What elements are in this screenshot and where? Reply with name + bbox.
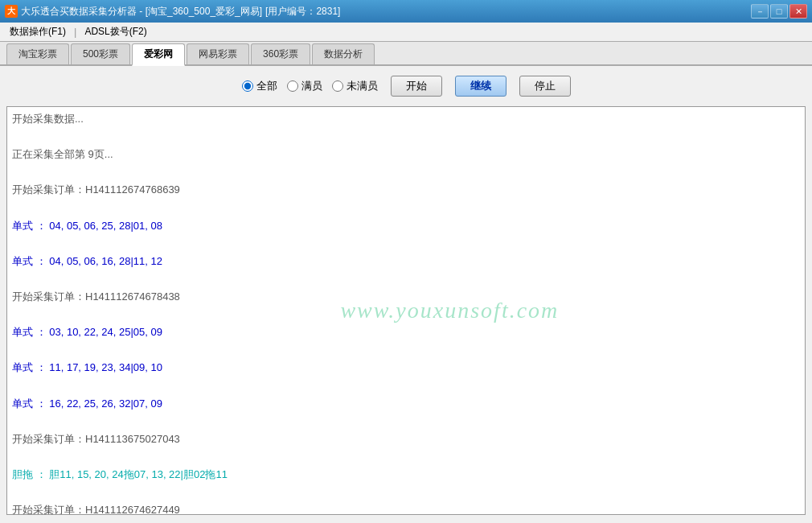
app-icon: 大 (5, 5, 18, 18)
radio-all[interactable]: 全部 (242, 79, 277, 93)
log-line: 单式 ： 11, 17, 19, 23, 34|09, 10 (12, 359, 800, 377)
log-line: 正在采集全部第 9页... (12, 146, 800, 163)
radio-notfull[interactable]: 未满员 (332, 79, 378, 93)
menu-data-operations[interactable]: 数据操作(F1) (3, 23, 72, 40)
menu-bar: 数据操作(F1) | ADSL拨号(F2) (0, 23, 812, 42)
radio-all-label: 全部 (256, 79, 277, 93)
title-bar: 大 大乐透合买数据采集分析器 - [淘宝_360_500_爱彩_网易] [用户编… (0, 0, 812, 23)
tab-bar: 淘宝彩票 500彩票 爱彩网 网易彩票 360彩票 数据分析 (0, 42, 812, 66)
tab-taobao[interactable]: 淘宝彩票 (6, 43, 69, 64)
log-line: 开始采集数据... (12, 110, 800, 128)
tab-360[interactable]: 360彩票 (251, 43, 310, 64)
title-bar-left: 大 大乐透合买数据采集分析器 - [淘宝_360_500_爱彩_网易] [用户编… (5, 5, 340, 19)
tab-500[interactable]: 500彩票 (71, 43, 130, 64)
radio-notfull-input[interactable] (332, 80, 343, 92)
tab-wangyi[interactable]: 网易彩票 (187, 43, 249, 64)
log-line: 单式 ： 04, 05, 06, 25, 28|01, 08 (12, 217, 800, 235)
close-button[interactable]: ✕ (789, 4, 807, 19)
radio-full-label: 满员 (301, 79, 322, 93)
log-container: 开始采集数据...正在采集全部第 9页...开始采集订单：H1411126747… (12, 110, 800, 515)
log-line: 单式 ： 04, 05, 06, 16, 28|11, 12 (12, 253, 800, 270)
window-controls: － □ ✕ (751, 4, 807, 19)
radio-notfull-label: 未满员 (347, 79, 378, 93)
radio-full[interactable]: 满员 (287, 79, 322, 93)
app-title: 大乐透合买数据采集分析器 - [淘宝_360_500_爱彩_网易] (21, 5, 262, 19)
stop-button[interactable]: 停止 (519, 76, 571, 97)
tab-analysis[interactable]: 数据分析 (312, 43, 375, 64)
log-line: 单式 ： 03, 10, 22, 24, 25|05, 09 (12, 323, 800, 341)
menu-adsl-dialup[interactable]: ADSL拨号(F2) (78, 23, 153, 40)
log-line: 开始采集订单：H141112674627449 (12, 501, 800, 515)
main-content: 全部 满员 未满员 开始 继续 停止 www.youxunsoft.com 开始… (0, 66, 812, 523)
log-area[interactable]: www.youxunsoft.com 开始采集数据...正在采集全部第 9页..… (6, 106, 806, 515)
start-button[interactable]: 开始 (391, 76, 442, 97)
controls-row: 全部 满员 未满员 开始 继续 停止 (6, 72, 806, 100)
log-line: 开始采集订单：H141113675027043 (12, 430, 800, 448)
radio-all-input[interactable] (242, 80, 253, 92)
tab-aicai[interactable]: 爱彩网 (132, 43, 185, 66)
menu-separator: | (72, 26, 78, 38)
log-line: 单式 ： 16, 22, 25, 26, 32|07, 09 (12, 395, 800, 413)
minimize-button[interactable]: － (751, 4, 769, 19)
log-line: 开始采集订单：H141112674678438 (12, 288, 800, 306)
log-line: 胆拖 ： 胆11, 15, 20, 24拖07, 13, 22|胆02拖11 (12, 466, 800, 484)
radio-full-input[interactable] (287, 80, 298, 92)
maximize-button[interactable]: □ (770, 4, 788, 19)
log-line: 开始采集订单：H141112674768639 (12, 181, 800, 199)
continue-button[interactable]: 继续 (455, 76, 506, 97)
user-info: [用户编号：2831] (265, 5, 340, 19)
radio-group: 全部 满员 未满员 (242, 79, 378, 93)
